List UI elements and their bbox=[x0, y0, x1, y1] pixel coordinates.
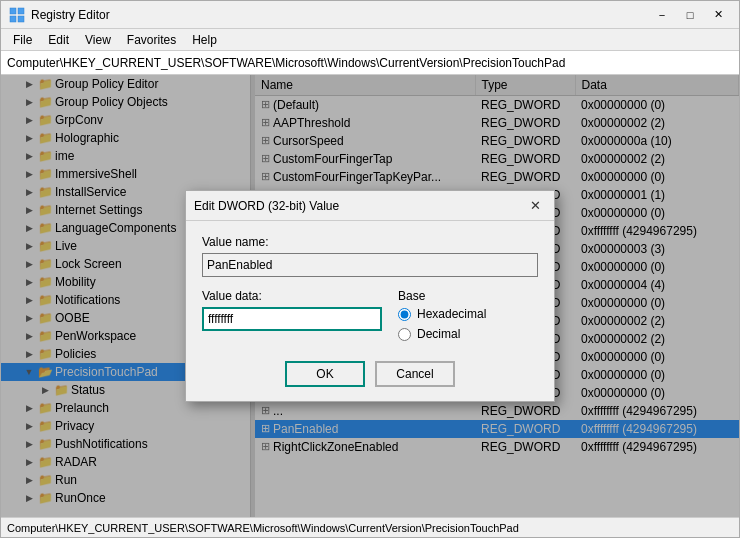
value-data-input[interactable] bbox=[202, 307, 382, 331]
address-path[interactable]: Computer\HKEY_CURRENT_USER\SOFTWARE\Micr… bbox=[7, 56, 733, 70]
maximize-button[interactable]: □ bbox=[677, 5, 703, 25]
base-label: Base bbox=[398, 289, 538, 303]
window-title: Registry Editor bbox=[31, 8, 110, 22]
title-bar: Registry Editor − □ ✕ bbox=[1, 1, 739, 29]
dialog-body: Value name: Value data: Base Hexadecimal bbox=[186, 221, 554, 401]
decimal-radio[interactable] bbox=[398, 328, 411, 341]
edit-dword-dialog: Edit DWORD (32-bit) Value ✕ Value name: … bbox=[185, 190, 555, 402]
svg-rect-3 bbox=[18, 16, 24, 22]
dialog-cancel-button[interactable]: Cancel bbox=[375, 361, 455, 387]
hexadecimal-label: Hexadecimal bbox=[417, 307, 486, 321]
main-content: ▶📁Group Policy Editor▶📁Group Policy Obje… bbox=[1, 75, 739, 517]
minimize-button[interactable]: − bbox=[649, 5, 675, 25]
hexadecimal-radio[interactable] bbox=[398, 308, 411, 321]
svg-rect-2 bbox=[10, 16, 16, 22]
dialog-title: Edit DWORD (32-bit) Value bbox=[194, 199, 339, 213]
menu-help[interactable]: Help bbox=[184, 31, 225, 49]
menu-favorites[interactable]: Favorites bbox=[119, 31, 184, 49]
value-name-input[interactable] bbox=[202, 253, 538, 277]
window-controls: − □ ✕ bbox=[649, 5, 731, 25]
dialog-ok-button[interactable]: OK bbox=[285, 361, 365, 387]
menu-bar: File Edit View Favorites Help bbox=[1, 29, 739, 51]
status-text: Computer\HKEY_CURRENT_USER\SOFTWARE\Micr… bbox=[7, 522, 519, 534]
value-name-label: Value name: bbox=[202, 235, 538, 249]
close-button[interactable]: ✕ bbox=[705, 5, 731, 25]
menu-file[interactable]: File bbox=[5, 31, 40, 49]
modal-overlay: Edit DWORD (32-bit) Value ✕ Value name: … bbox=[1, 75, 739, 517]
address-bar: Computer\HKEY_CURRENT_USER\SOFTWARE\Micr… bbox=[1, 51, 739, 75]
svg-rect-1 bbox=[18, 8, 24, 14]
value-data-label: Value data: bbox=[202, 289, 382, 303]
menu-view[interactable]: View bbox=[77, 31, 119, 49]
dialog-title-bar: Edit DWORD (32-bit) Value ✕ bbox=[186, 191, 554, 221]
menu-edit[interactable]: Edit bbox=[40, 31, 77, 49]
dialog-buttons: OK Cancel bbox=[202, 361, 538, 387]
dialog-close-button[interactable]: ✕ bbox=[524, 195, 546, 217]
svg-rect-0 bbox=[10, 8, 16, 14]
decimal-label: Decimal bbox=[417, 327, 460, 341]
app-icon bbox=[9, 7, 25, 23]
status-bar: Computer\HKEY_CURRENT_USER\SOFTWARE\Micr… bbox=[1, 517, 739, 537]
